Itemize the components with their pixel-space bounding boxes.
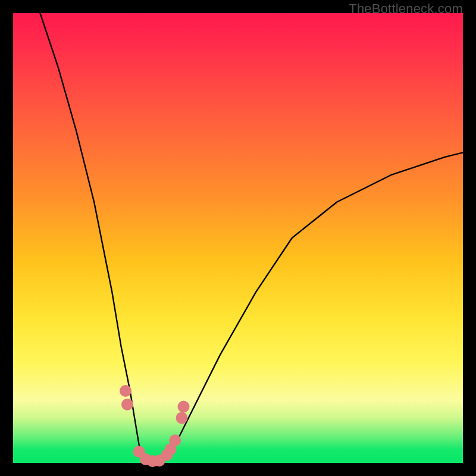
highlight-dot xyxy=(176,412,188,424)
highlight-dot xyxy=(120,385,131,397)
bottleneck-curve xyxy=(40,13,463,463)
highlight-dots-group xyxy=(120,385,190,467)
highlight-dot xyxy=(121,399,133,411)
attribution-text: TheBottleneck.com xyxy=(349,1,463,17)
plot-frame xyxy=(13,13,463,463)
highlight-dot xyxy=(169,434,181,446)
highlight-dot xyxy=(178,401,190,413)
plot-svg xyxy=(13,13,463,463)
